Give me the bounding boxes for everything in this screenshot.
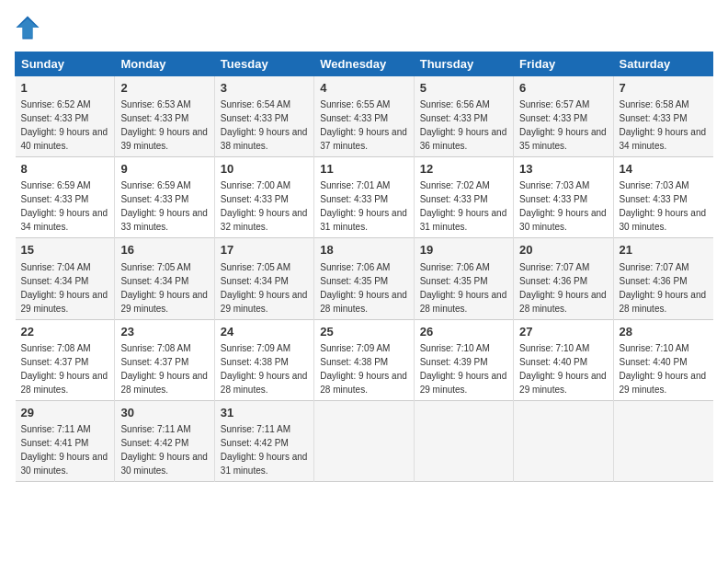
day-number: 13 [519,161,607,178]
day-number: 16 [120,242,208,259]
cell-2-5: 12Sunrise: 7:02 AMSunset: 4:33 PMDayligh… [414,157,513,238]
cell-5-6 [514,400,613,481]
sunrise-text: Sunrise: 7:04 AMSunset: 4:34 PMDaylight:… [21,262,108,314]
week-row-4: 22Sunrise: 7:08 AMSunset: 4:37 PMDayligh… [16,319,713,400]
week-row-5: 29Sunrise: 7:11 AMSunset: 4:41 PMDayligh… [16,400,713,481]
day-number: 9 [120,161,208,178]
svg-marker-1 [17,18,38,38]
day-number: 21 [620,242,708,259]
logo-icon [15,15,40,40]
col-header-thursday: Thursday [414,52,513,76]
cell-3-4: 18Sunrise: 7:06 AMSunset: 4:35 PMDayligh… [314,238,414,319]
cell-3-5: 19Sunrise: 7:06 AMSunset: 4:35 PMDayligh… [414,238,513,319]
sunrise-text: Sunrise: 7:05 AMSunset: 4:34 PMDaylight:… [120,262,208,314]
cell-2-2: 9Sunrise: 6:59 AMSunset: 4:33 PMDaylight… [115,157,214,238]
cell-4-3: 24Sunrise: 7:09 AMSunset: 4:38 PMDayligh… [214,319,313,400]
cell-5-5 [414,400,513,481]
day-number: 3 [221,80,308,97]
cell-1-2: 2Sunrise: 6:53 AMSunset: 4:33 PMDaylight… [115,76,214,157]
sunrise-text: Sunrise: 6:52 AMSunset: 4:33 PMDaylight:… [21,99,108,151]
day-number: 26 [420,324,507,340]
col-header-sunday: Sunday [16,52,115,76]
day-number: 17 [221,242,308,259]
day-number: 28 [620,324,708,340]
col-header-wednesday: Wednesday [314,52,414,76]
sunrise-text: Sunrise: 7:02 AMSunset: 4:33 PMDaylight:… [420,180,507,232]
cell-2-7: 14Sunrise: 7:03 AMSunset: 4:33 PMDayligh… [613,157,712,238]
sunrise-text: Sunrise: 6:54 AMSunset: 4:33 PMDaylight:… [221,99,308,151]
cell-1-1: 1Sunrise: 6:52 AMSunset: 4:33 PMDaylight… [16,76,115,157]
col-header-friday: Friday [514,52,613,76]
sunrise-text: Sunrise: 7:05 AMSunset: 4:34 PMDaylight:… [221,262,308,314]
cell-5-2: 30Sunrise: 7:11 AMSunset: 4:42 PMDayligh… [115,400,214,481]
cell-4-6: 27Sunrise: 7:10 AMSunset: 4:40 PMDayligh… [514,319,613,400]
sunrise-text: Sunrise: 7:09 AMSunset: 4:38 PMDaylight:… [221,343,308,395]
sunrise-text: Sunrise: 7:00 AMSunset: 4:33 PMDaylight:… [221,180,308,232]
cell-2-3: 10Sunrise: 7:00 AMSunset: 4:33 PMDayligh… [214,157,313,238]
day-number: 29 [21,405,109,421]
day-number: 14 [620,161,708,178]
sunrise-text: Sunrise: 7:08 AMSunset: 4:37 PMDaylight:… [21,343,108,395]
sunrise-text: Sunrise: 7:03 AMSunset: 4:33 PMDaylight:… [620,180,707,232]
cell-1-7: 7Sunrise: 6:58 AMSunset: 4:33 PMDaylight… [613,76,712,157]
week-row-3: 15Sunrise: 7:04 AMSunset: 4:34 PMDayligh… [16,238,713,319]
sunrise-text: Sunrise: 7:08 AMSunset: 4:37 PMDaylight:… [120,343,208,395]
cell-1-5: 5Sunrise: 6:56 AMSunset: 4:33 PMDaylight… [414,76,513,157]
cell-4-5: 26Sunrise: 7:10 AMSunset: 4:39 PMDayligh… [414,319,513,400]
cell-2-6: 13Sunrise: 7:03 AMSunset: 4:33 PMDayligh… [514,157,613,238]
sunrise-text: Sunrise: 7:10 AMSunset: 4:40 PMDaylight:… [519,343,607,395]
sunrise-text: Sunrise: 7:06 AMSunset: 4:35 PMDaylight:… [420,262,507,314]
cell-4-1: 22Sunrise: 7:08 AMSunset: 4:37 PMDayligh… [16,319,115,400]
logo [15,15,44,40]
day-number: 4 [320,80,407,97]
day-number: 1 [21,80,109,97]
day-number: 5 [420,80,507,97]
cell-5-7 [613,400,712,481]
cell-3-6: 20Sunrise: 7:07 AMSunset: 4:36 PMDayligh… [514,238,613,319]
calendar-table: SundayMondayTuesdayWednesdayThursdayFrid… [15,52,713,482]
cell-4-4: 25Sunrise: 7:09 AMSunset: 4:38 PMDayligh… [314,319,414,400]
cell-5-3: 31Sunrise: 7:11 AMSunset: 4:42 PMDayligh… [214,400,313,481]
sunrise-text: Sunrise: 7:06 AMSunset: 4:35 PMDaylight:… [320,262,407,314]
cell-3-2: 16Sunrise: 7:05 AMSunset: 4:34 PMDayligh… [115,238,214,319]
sunrise-text: Sunrise: 7:11 AMSunset: 4:41 PMDaylight:… [21,424,108,476]
day-number: 8 [21,161,109,178]
day-number: 30 [120,405,208,421]
day-number: 2 [120,80,208,97]
header [15,15,713,40]
sunrise-text: Sunrise: 6:55 AMSunset: 4:33 PMDaylight:… [320,99,407,151]
sunrise-text: Sunrise: 7:11 AMSunset: 4:42 PMDaylight:… [221,424,308,476]
day-number: 7 [620,80,708,97]
day-number: 12 [420,161,507,178]
cell-5-4 [314,400,414,481]
cell-3-1: 15Sunrise: 7:04 AMSunset: 4:34 PMDayligh… [16,238,115,319]
page-container: SundayMondayTuesdayWednesdayThursdayFrid… [0,0,728,489]
col-header-tuesday: Tuesday [214,52,313,76]
day-number: 15 [21,242,109,259]
sunrise-text: Sunrise: 6:56 AMSunset: 4:33 PMDaylight:… [420,99,507,151]
week-row-1: 1Sunrise: 6:52 AMSunset: 4:33 PMDaylight… [16,76,713,157]
day-number: 20 [519,242,607,259]
day-number: 24 [221,324,308,340]
sunrise-text: Sunrise: 7:03 AMSunset: 4:33 PMDaylight:… [519,180,607,232]
day-number: 27 [519,324,607,340]
sunrise-text: Sunrise: 6:58 AMSunset: 4:33 PMDaylight:… [620,99,707,151]
day-number: 11 [320,161,407,178]
cell-3-3: 17Sunrise: 7:05 AMSunset: 4:34 PMDayligh… [214,238,313,319]
sunrise-text: Sunrise: 6:57 AMSunset: 4:33 PMDaylight:… [519,99,607,151]
cell-3-7: 21Sunrise: 7:07 AMSunset: 4:36 PMDayligh… [613,238,712,319]
header-row: SundayMondayTuesdayWednesdayThursdayFrid… [16,52,713,76]
cell-2-1: 8Sunrise: 6:59 AMSunset: 4:33 PMDaylight… [16,157,115,238]
day-number: 19 [420,242,507,259]
col-header-monday: Monday [115,52,214,76]
sunrise-text: Sunrise: 6:53 AMSunset: 4:33 PMDaylight:… [120,99,208,151]
sunrise-text: Sunrise: 7:10 AMSunset: 4:39 PMDaylight:… [420,343,507,395]
cell-1-6: 6Sunrise: 6:57 AMSunset: 4:33 PMDaylight… [514,76,613,157]
sunrise-text: Sunrise: 7:11 AMSunset: 4:42 PMDaylight:… [120,424,208,476]
sunrise-text: Sunrise: 7:07 AMSunset: 4:36 PMDaylight:… [620,262,707,314]
day-number: 25 [320,324,407,340]
cell-2-4: 11Sunrise: 7:01 AMSunset: 4:33 PMDayligh… [314,157,414,238]
sunrise-text: Sunrise: 7:01 AMSunset: 4:33 PMDaylight:… [320,180,407,232]
day-number: 10 [221,161,308,178]
day-number: 6 [519,80,607,97]
